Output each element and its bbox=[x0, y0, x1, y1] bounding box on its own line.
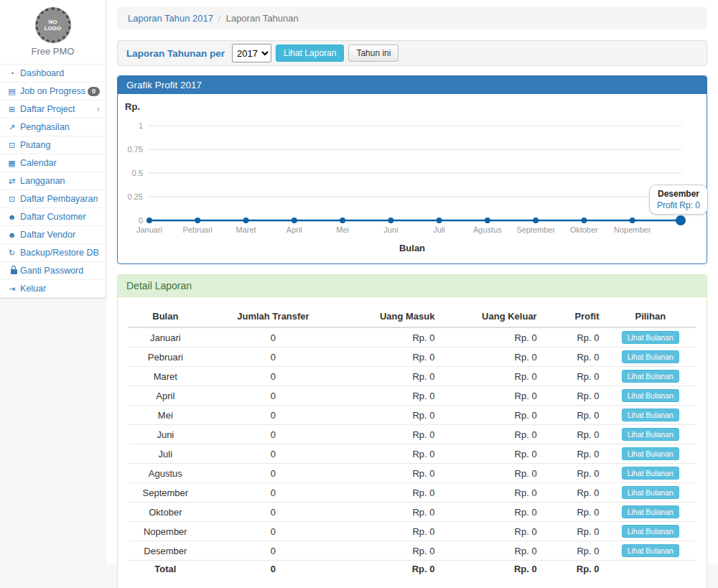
sidebar-item-daftar-customer[interactable]: ☻Daftar Customer bbox=[0, 208, 106, 226]
x-tick-label: September bbox=[516, 225, 555, 234]
view-report-button[interactable]: Lihat Laporan bbox=[276, 45, 344, 62]
sidebar-item-keluar[interactable]: ⇥Keluar bbox=[0, 280, 106, 298]
year-select[interactable]: 2017 bbox=[232, 44, 271, 62]
view-month-button[interactable]: Lihat Bulanan bbox=[622, 486, 679, 499]
sidebar-item-label: Piutang bbox=[20, 140, 50, 150]
view-month-button[interactable]: Lihat Bulanan bbox=[622, 467, 679, 480]
column-header-uang-keluar: Uang Keluar bbox=[440, 306, 542, 327]
total-uang-keluar: Rp. 0 bbox=[440, 561, 542, 578]
view-month-button[interactable]: Lihat Bulanan bbox=[622, 544, 679, 557]
tooltip-month: Desember bbox=[657, 189, 700, 199]
detail-table: BulanJumlah TransferUang MasukUang Kelua… bbox=[129, 306, 696, 577]
profit-cell: Rp. 0 bbox=[543, 406, 605, 425]
uang-masuk-cell: Rp. 0 bbox=[344, 425, 440, 444]
table-row: Pebruari0Rp. 0Rp. 0Rp. 0Lihat Bulanan bbox=[129, 347, 696, 367]
tasks-icon: ▤ bbox=[6, 86, 18, 96]
sidebar-item-label: Calendar bbox=[20, 158, 57, 168]
data-point-oktober[interactable] bbox=[581, 218, 587, 223]
table-icon: ⊞ bbox=[6, 104, 18, 114]
data-point-maret[interactable] bbox=[243, 218, 249, 223]
sidebar-item-langganan[interactable]: ⇄Langganan bbox=[0, 172, 106, 190]
transfer-cell: 0 bbox=[202, 541, 345, 561]
view-month-button[interactable]: Lihat Bulanan bbox=[622, 525, 679, 538]
transfer-cell: 0 bbox=[202, 425, 345, 444]
data-point-agustus[interactable] bbox=[485, 218, 490, 223]
breadcrumb-separator: / bbox=[218, 13, 221, 24]
data-point-nopember[interactable] bbox=[630, 218, 635, 223]
sidebar-menu: ◔Dashboard▤Job on Progress0⊞Daftar Proje… bbox=[0, 65, 106, 298]
data-point-januari[interactable] bbox=[146, 218, 152, 223]
uang-masuk-cell: Rp. 0 bbox=[344, 444, 440, 464]
sidebar-item-dashboard[interactable]: ◔Dashboard bbox=[0, 65, 106, 83]
view-month-button[interactable]: Lihat Bulanan bbox=[622, 389, 679, 402]
sidebar-item-daftar-project[interactable]: ⊞Daftar Project‹ bbox=[0, 101, 106, 118]
sidebar-item-ganti-password[interactable]: Ganti Password bbox=[0, 262, 106, 280]
uang-keluar-cell: Rp. 0 bbox=[440, 444, 542, 464]
refresh-icon: ↻ bbox=[6, 248, 18, 258]
uang-keluar-cell: Rp. 0 bbox=[440, 464, 542, 483]
sidebar-item-calendar[interactable]: ▦Calendar bbox=[0, 154, 106, 172]
sidebar-item-daftar-vendor[interactable]: ☻Daftar Vendor bbox=[0, 226, 106, 244]
data-point-september[interactable] bbox=[533, 218, 538, 223]
transfer-cell: 0 bbox=[202, 386, 345, 406]
view-month-button[interactable]: Lihat Bulanan bbox=[622, 447, 679, 460]
detail-table-wrapper: BulanJumlah TransferUang MasukUang Kelua… bbox=[118, 297, 707, 588]
chevron-left-icon: ‹ bbox=[97, 104, 100, 114]
view-month-button[interactable]: Lihat Bulanan bbox=[622, 350, 679, 363]
sidebar-item-label: Daftar Customer bbox=[20, 212, 86, 222]
column-header-bulan: Bulan bbox=[129, 306, 202, 327]
profit-cell: Rp. 0 bbox=[543, 347, 605, 367]
count-badge: 0 bbox=[88, 87, 100, 96]
sidebar-item-job-on-progress[interactable]: ▤Job on Progress0 bbox=[0, 83, 106, 101]
sidebar-item-backup-restore-db[interactable]: ↻Backup/Restore DB bbox=[0, 244, 106, 262]
uang-keluar-cell: Rp. 0 bbox=[440, 406, 542, 425]
sidebar-item-penghasilan[interactable]: ↗Penghasilan bbox=[0, 118, 106, 136]
table-row: Maret0Rp. 0Rp. 0Rp. 0Lihat Bulanan bbox=[129, 367, 696, 386]
y-tick-label: 0.5 bbox=[132, 169, 143, 177]
this-year-button[interactable]: Tahun ini bbox=[348, 45, 398, 62]
table-row: Desember0Rp. 0Rp. 0Rp. 0Lihat Bulanan bbox=[129, 541, 696, 561]
view-month-button[interactable]: Lihat Bulanan bbox=[622, 505, 679, 518]
uang-masuk-cell: Rp. 0 bbox=[344, 327, 440, 347]
uang-masuk-cell: Rp. 0 bbox=[344, 503, 440, 522]
view-month-button[interactable]: Lihat Bulanan bbox=[622, 409, 679, 421]
view-month-button[interactable]: Lihat Bulanan bbox=[622, 428, 679, 441]
data-point-desember[interactable] bbox=[676, 215, 686, 225]
table-row: September0Rp. 0Rp. 0Rp. 0Lihat Bulanan bbox=[129, 483, 696, 503]
brand: NO LOGO Free PMO bbox=[0, 0, 106, 65]
data-point-mei[interactable] bbox=[340, 218, 345, 223]
sidebar-item-label: Ganti Password bbox=[20, 266, 83, 276]
detail-report-panel: Detail Laporan BulanJumlah TransferUang … bbox=[117, 274, 707, 588]
month-cell: Agustus bbox=[129, 464, 202, 483]
sidebar-item-label: Keluar bbox=[20, 284, 46, 294]
month-cell: September bbox=[129, 483, 202, 503]
table-row: April0Rp. 0Rp. 0Rp. 0Lihat Bulanan bbox=[129, 386, 696, 406]
view-month-button[interactable]: Lihat Bulanan bbox=[622, 370, 679, 383]
view-month-button[interactable]: Lihat Bulanan bbox=[622, 331, 679, 344]
profit-line-chart: 00.250.50.751JanuariPebruariMaretAprilMe… bbox=[123, 116, 698, 239]
profit-cell: Rp. 0 bbox=[543, 464, 605, 483]
x-tick-label: Agustus bbox=[473, 225, 502, 234]
profit-cell: Rp. 0 bbox=[543, 425, 605, 444]
calendar-icon: ▦ bbox=[6, 158, 18, 168]
month-cell: Pebruari bbox=[129, 347, 202, 367]
uang-masuk-cell: Rp. 0 bbox=[344, 464, 440, 483]
x-tick-label: Maret bbox=[236, 225, 256, 234]
chart-y-axis-title: Rp. bbox=[125, 101, 140, 112]
data-point-april[interactable] bbox=[292, 218, 297, 223]
total-label: Total bbox=[129, 561, 202, 578]
money-icon: ⊡ bbox=[6, 194, 18, 204]
month-cell: Oktober bbox=[129, 503, 202, 522]
uang-keluar-cell: Rp. 0 bbox=[440, 386, 542, 406]
data-point-juni[interactable] bbox=[388, 218, 393, 223]
column-header-uang-masuk: Uang Masuk bbox=[344, 306, 440, 327]
sidebar-item-daftar-pembayaran[interactable]: ⊡Daftar Pembayaran bbox=[0, 190, 106, 208]
data-point-juli[interactable] bbox=[437, 218, 442, 223]
sidebar-item-piutang[interactable]: ⊡Piutang bbox=[0, 136, 106, 154]
data-point-pebruari[interactable] bbox=[195, 218, 200, 223]
breadcrumb-link[interactable]: Laporan Tahun 2017 bbox=[128, 13, 213, 24]
money-icon: ⊡ bbox=[6, 140, 18, 150]
main-content: Laporan Tahun 2017/Laporan Tahunan Lapor… bbox=[106, 0, 718, 564]
uang-keluar-cell: Rp. 0 bbox=[440, 483, 542, 503]
uang-masuk-cell: Rp. 0 bbox=[344, 386, 440, 406]
